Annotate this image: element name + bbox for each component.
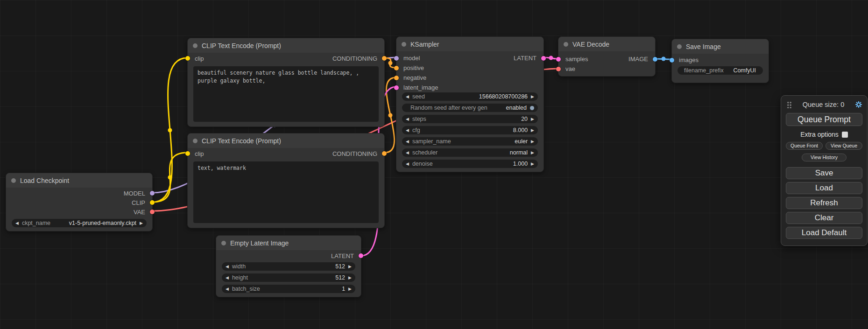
widget-label: filename_prefix — [684, 67, 724, 74]
widget-filename-prefix[interactable]: filename_prefix ComfyUI — [677, 66, 763, 75]
increment-arrow-icon[interactable]: ▶ — [140, 219, 143, 227]
extra-options-label: Extra options — [800, 131, 839, 138]
output-slot-latent[interactable] — [541, 56, 546, 61]
increment-arrow-icon[interactable]: ▶ — [348, 285, 352, 293]
increment-arrow-icon[interactable]: ▶ — [531, 137, 534, 146]
node-clip-text-encode-negative[interactable]: CLIP Text Encode (Prompt) clip CONDITION… — [187, 133, 385, 228]
widget-scheduler[interactable]: ◀ scheduler normal ▶ — [402, 148, 538, 157]
decrement-arrow-icon[interactable]: ◀ — [406, 137, 409, 146]
increment-arrow-icon[interactable]: ▶ — [531, 148, 534, 157]
node-title-bar[interactable]: Empty Latent Image — [216, 236, 361, 250]
input-slot-negative[interactable] — [394, 76, 399, 80]
view-queue-button[interactable]: View Queue — [826, 142, 862, 150]
input-slot-clip[interactable] — [185, 56, 190, 61]
widget-value: 512 — [335, 263, 345, 270]
input-slot-images[interactable] — [670, 58, 674, 63]
widget-sampler-name[interactable]: ◀ sampler_name euler ▶ — [402, 137, 538, 146]
node-title-bar[interactable]: CLIP Text Encode (Prompt) — [188, 38, 384, 53]
queue-prompt-button[interactable]: Queue Prompt — [786, 113, 862, 126]
widget-value: enabled — [506, 105, 527, 111]
collapse-dot-icon[interactable] — [402, 42, 406, 47]
save-button[interactable]: Save — [786, 167, 862, 179]
increment-arrow-icon[interactable]: ▶ — [531, 115, 534, 123]
prompt-textarea[interactable]: beautiful scenery nature glass bottle la… — [193, 66, 379, 122]
decrement-arrow-icon[interactable]: ◀ — [406, 115, 409, 123]
decrement-arrow-icon[interactable]: ◀ — [406, 160, 409, 168]
increment-arrow-icon[interactable]: ▶ — [531, 126, 534, 134]
increment-arrow-icon[interactable]: ▶ — [531, 92, 534, 101]
node-clip-text-encode-positive[interactable]: CLIP Text Encode (Prompt) clip CONDITION… — [187, 38, 385, 127]
node-title-bar[interactable]: KSampler — [396, 37, 543, 51]
node-title-bar[interactable]: VAE Decode — [558, 37, 655, 51]
input-slot-clip[interactable] — [185, 151, 190, 156]
input-slot-model[interactable] — [394, 56, 399, 61]
node-title-bar[interactable]: Load Checkpoint — [6, 173, 152, 188]
link-clip-negative — [153, 153, 187, 202]
input-slot-latent-image[interactable] — [394, 85, 399, 90]
widget-random-seed[interactable]: Random seed after every gen enabled — [402, 104, 538, 112]
node-title-bar[interactable]: Save Image — [672, 39, 769, 54]
input-label-clip: clip — [195, 55, 204, 62]
input-label-images: images — [679, 56, 699, 63]
widget-width[interactable]: ◀ width 512 ▶ — [222, 262, 355, 271]
widget-steps[interactable]: ◀ steps 20 ▶ — [402, 115, 538, 123]
input-label-vae: vae — [565, 65, 575, 72]
output-slot-vae[interactable] — [150, 210, 155, 214]
output-slot-conditioning[interactable] — [382, 151, 387, 156]
refresh-button[interactable]: Refresh — [786, 197, 862, 209]
decrement-arrow-icon[interactable]: ◀ — [226, 285, 229, 293]
widget-label: batch_size — [232, 286, 260, 292]
view-history-button[interactable]: View History — [802, 154, 847, 161]
load-default-button[interactable]: Load Default — [786, 227, 862, 239]
input-slot-vae[interactable] — [556, 67, 561, 71]
widget-ckpt-name[interactable]: ◀ ckpt_name v1-5-pruned-emaonly.ckpt ▶ — [12, 219, 147, 227]
collapse-dot-icon[interactable] — [11, 178, 16, 183]
clear-button[interactable]: Clear — [786, 212, 862, 224]
increment-arrow-icon[interactable]: ▶ — [348, 262, 352, 271]
widget-cfg[interactable]: ◀ cfg 8.000 ▶ — [402, 126, 538, 134]
node-ksampler[interactable]: KSampler model LATENT positive negative … — [396, 36, 544, 172]
link-midpoint-dot — [168, 175, 172, 180]
decrement-arrow-icon[interactable]: ◀ — [406, 126, 409, 134]
collapse-dot-icon[interactable] — [193, 43, 198, 48]
decrement-arrow-icon[interactable]: ◀ — [15, 219, 19, 227]
widget-value: 512 — [335, 274, 345, 281]
decrement-arrow-icon[interactable]: ◀ — [226, 273, 229, 282]
settings-gear-icon[interactable] — [855, 101, 862, 108]
queue-front-button[interactable]: Queue Front — [786, 142, 823, 150]
increment-arrow-icon[interactable]: ▶ — [531, 160, 534, 168]
node-graph-canvas[interactable]: CLIP Text Encode (Prompt) clip CONDITION… — [0, 0, 868, 329]
output-slot-clip[interactable] — [150, 200, 155, 205]
collapse-dot-icon[interactable] — [221, 241, 226, 245]
node-vae-decode[interactable]: VAE Decode samples IMAGE vae — [558, 36, 656, 77]
node-empty-latent-image[interactable]: Empty Latent Image LATENT ◀ width 512 ▶ … — [216, 235, 361, 297]
input-slot-positive[interactable] — [394, 66, 399, 70]
widget-height[interactable]: ◀ height 512 ▶ — [222, 273, 355, 282]
widget-label: sampler_name — [412, 138, 451, 145]
load-button[interactable]: Load — [786, 182, 862, 194]
toggle-dot-icon[interactable] — [530, 106, 534, 110]
node-save-image[interactable]: Save Image images filename_prefix ComfyU… — [671, 39, 769, 83]
output-slot-model[interactable] — [150, 191, 155, 196]
output-slot-conditioning[interactable] — [382, 56, 387, 61]
decrement-arrow-icon[interactable]: ◀ — [406, 148, 409, 157]
collapse-dot-icon[interactable] — [193, 139, 198, 143]
extra-options-checkbox[interactable] — [842, 132, 848, 138]
widget-batch-size[interactable]: ◀ batch_size 1 ▶ — [222, 285, 355, 293]
collapse-dot-icon[interactable] — [564, 42, 568, 47]
widget-seed[interactable]: ◀ seed 156680208700286 ▶ — [402, 92, 538, 101]
drag-handle-icon[interactable] — [787, 101, 792, 108]
widget-denoise[interactable]: ◀ denoise 1.000 ▶ — [402, 160, 538, 168]
output-slot-image[interactable] — [653, 57, 657, 62]
node-title-bar[interactable]: CLIP Text Encode (Prompt) — [188, 133, 384, 148]
node-title: VAE Decode — [572, 41, 609, 48]
node-load-checkpoint[interactable]: Load Checkpoint MODEL CLIP VAE ◀ ckpt_na… — [6, 173, 153, 231]
prompt-textarea[interactable]: text, watermark — [193, 161, 379, 223]
widget-value: 8.000 — [513, 127, 528, 133]
increment-arrow-icon[interactable]: ▶ — [348, 273, 352, 282]
decrement-arrow-icon[interactable]: ◀ — [406, 92, 409, 101]
output-slot-latent[interactable] — [359, 253, 363, 258]
input-slot-samples[interactable] — [556, 57, 561, 62]
collapse-dot-icon[interactable] — [677, 44, 682, 49]
decrement-arrow-icon[interactable]: ◀ — [226, 262, 229, 271]
